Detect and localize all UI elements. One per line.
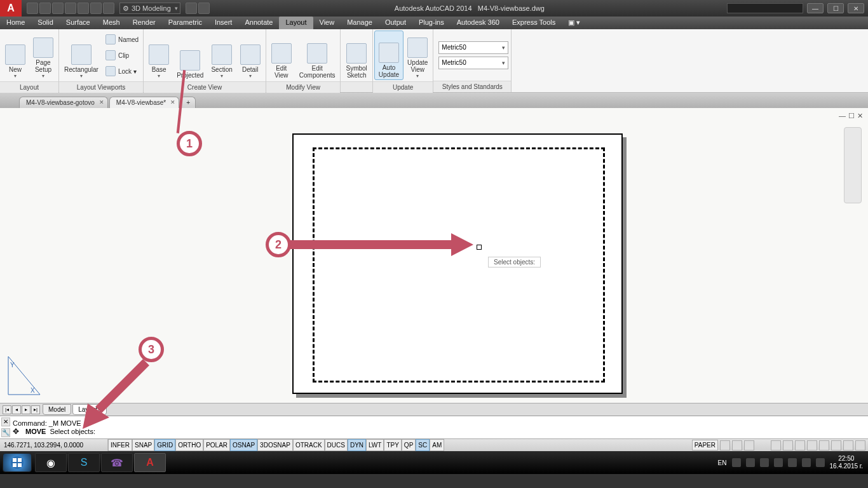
style-select-0[interactable]: Metric50: [438, 41, 508, 54]
menu-render[interactable]: Render: [126, 17, 162, 29]
style-select-1[interactable]: Metric50: [438, 57, 508, 69]
taskbar-viber-icon[interactable]: ☎: [101, 453, 133, 472]
tray-volume-icon[interactable]: [802, 458, 811, 467]
status-tool-5[interactable]: [819, 440, 829, 451]
doc-close-icon[interactable]: ✕: [857, 112, 863, 120]
doc-tab[interactable]: M4-V8-viewbase-gotovo✕: [19, 97, 108, 108]
new-button[interactable]: New▾: [1, 30, 29, 80]
new-tab-button[interactable]: +: [180, 97, 196, 108]
symbol-sketch-button[interactable]: SymbolSketch: [342, 30, 370, 80]
qat-redo-icon[interactable]: [103, 3, 114, 14]
menu-surface[interactable]: Surface: [60, 17, 97, 29]
language-indicator[interactable]: EN: [718, 459, 727, 466]
projected-button[interactable]: Projected: [173, 30, 207, 80]
tray-icon-2[interactable]: [746, 458, 755, 467]
menu-insert[interactable]: Insert: [208, 17, 239, 29]
status-sc-button[interactable]: SC: [416, 439, 430, 451]
status-tool-8[interactable]: [855, 440, 865, 451]
status-icon-1[interactable]: [720, 440, 730, 451]
qat-undo-icon[interactable]: [90, 3, 102, 14]
status-tool-1[interactable]: [771, 440, 781, 451]
named-button[interactable]: Named: [104, 32, 140, 47]
status-ducs-button[interactable]: DUCS: [325, 439, 348, 451]
page-setup-button[interactable]: PageSetup▾: [29, 30, 57, 80]
status-qp-button[interactable]: QP: [402, 439, 416, 451]
taskbar-chrome-icon[interactable]: ◉: [35, 453, 67, 472]
status-polar-button[interactable]: POLAR: [203, 439, 230, 451]
tray-network-icon[interactable]: [788, 458, 797, 467]
update-view-button[interactable]: UpdateView▾: [403, 30, 431, 80]
tray-icon-1[interactable]: [732, 458, 741, 467]
maximize-button[interactable]: ☐: [827, 3, 844, 13]
rectangular-button[interactable]: Rectangular▾: [60, 30, 102, 80]
coordinates[interactable]: 146.7271, 103.2994, 0.0000: [0, 439, 108, 451]
qat-extra2-icon[interactable]: [198, 3, 210, 14]
status-ortho-button[interactable]: ORTHO: [175, 439, 203, 451]
base-button[interactable]: Base▾: [145, 30, 173, 80]
cmd-config-icon[interactable]: 🔧: [1, 428, 10, 437]
tab-nav-last-icon[interactable]: ▸|: [31, 405, 40, 414]
taskbar-autocad-icon[interactable]: A: [134, 453, 166, 472]
status-tool-2[interactable]: [783, 440, 793, 451]
doc-min-icon[interactable]: —: [839, 112, 846, 120]
status-icon-2[interactable]: [732, 440, 742, 451]
tab-close-icon[interactable]: ✕: [99, 99, 104, 105]
ribbon-config-icon[interactable]: ▣ ▾: [562, 17, 587, 29]
status-dyn-button[interactable]: DYN: [348, 439, 366, 451]
status-osnap-button[interactable]: OSNAP: [230, 439, 257, 451]
section-button[interactable]: Section▾: [207, 30, 236, 80]
status-tool-4[interactable]: [807, 440, 817, 451]
menu-manage[interactable]: Manage: [341, 17, 379, 29]
tray-clock[interactable]: 22:50 16.4.2015 г.: [830, 455, 863, 470]
menu-output[interactable]: Output: [379, 17, 412, 29]
tab-close-icon[interactable]: ✕: [170, 99, 175, 105]
menu-annotate[interactable]: Annotate: [238, 17, 279, 29]
status-tool-6[interactable]: [831, 440, 841, 451]
status-3dosnap-button[interactable]: 3DOSNAP: [257, 439, 293, 451]
clip-button[interactable]: Clip: [104, 48, 140, 63]
drawing-area[interactable]: — ☐ ✕ Select objects: Y X 1 2 3: [0, 108, 868, 403]
status-tool-7[interactable]: [843, 440, 853, 451]
tray-flag-icon[interactable]: [816, 458, 825, 467]
edit-components-button[interactable]: EditComponents: [295, 30, 339, 80]
doc-tab[interactable]: M4-V8-viewbase*✕: [109, 97, 179, 108]
menu-mesh[interactable]: Mesh: [97, 17, 126, 29]
tray-icon-4[interactable]: [774, 458, 783, 467]
qat-save-icon[interactable]: [52, 3, 64, 14]
tab-nav-first-icon[interactable]: |◂: [3, 405, 11, 414]
viewport[interactable]: [313, 147, 605, 383]
menu-view[interactable]: View: [313, 17, 341, 29]
start-button[interactable]: [3, 453, 32, 472]
detail-button[interactable]: Detail▾: [236, 30, 264, 80]
app-logo[interactable]: A: [0, 0, 22, 17]
space-toggle[interactable]: PAPER: [692, 440, 718, 451]
status-icon-3[interactable]: [744, 440, 754, 451]
tab-nav-prev-icon[interactable]: ◂: [12, 405, 21, 414]
edit-view-button[interactable]: EditView: [268, 30, 295, 80]
close-button[interactable]: ✕: [848, 3, 864, 13]
status-am-button[interactable]: AM: [430, 439, 444, 451]
menu-express-tools[interactable]: Express Tools: [506, 17, 562, 29]
status-tpy-button[interactable]: TPY: [384, 439, 401, 451]
menu-autodesk-360[interactable]: Autodesk 360: [451, 17, 506, 29]
cmd-close-icon[interactable]: ✕: [1, 417, 10, 426]
menu-parametric[interactable]: Parametric: [162, 17, 208, 29]
taskbar-skype-icon[interactable]: S: [68, 453, 100, 472]
qat-print-icon[interactable]: [78, 3, 89, 14]
status-snap-button[interactable]: SNAP: [132, 439, 154, 451]
qat-extra1-icon[interactable]: [186, 3, 197, 14]
status-grid-button[interactable]: GRID: [154, 439, 175, 451]
viewcube[interactable]: [844, 127, 862, 203]
minimize-button[interactable]: —: [807, 3, 824, 13]
status-infer-button[interactable]: INFER: [108, 439, 132, 451]
qat-saveas-icon[interactable]: [65, 3, 76, 14]
tab-nav-next-icon[interactable]: ▸: [22, 405, 31, 414]
lock-button[interactable]: Lock ▾: [104, 64, 140, 79]
doc-max-icon[interactable]: ☐: [848, 112, 855, 120]
menu-layout[interactable]: Layout: [279, 17, 313, 29]
layout-tab-model[interactable]: Model: [43, 404, 71, 415]
status-tool-3[interactable]: [795, 440, 805, 451]
menu-solid[interactable]: Solid: [31, 17, 59, 29]
qat-new-icon[interactable]: [27, 3, 38, 14]
tray-icon-3[interactable]: [760, 458, 769, 467]
